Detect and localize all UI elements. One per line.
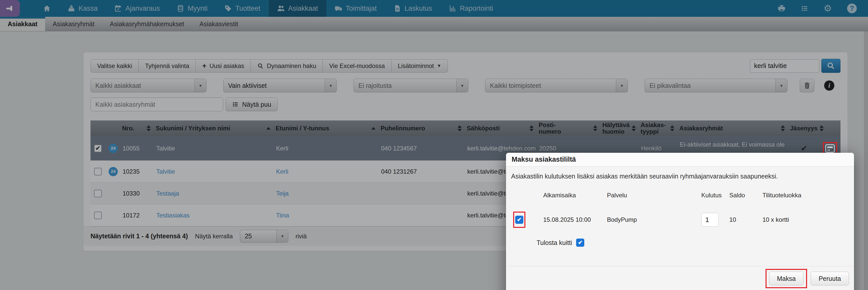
modal-description: Asiakastilin kulutuksen lisäksi asiakas … xyxy=(511,173,848,180)
print-receipt-checkbox[interactable] xyxy=(576,239,584,247)
modal-body: Asiakastilin kulutuksen lisäksi asiakas … xyxy=(506,167,854,247)
mcell-start-time: 15.08.2025 10:00 xyxy=(543,216,607,223)
mcol-alkamisaika: Alkamisaika xyxy=(543,192,607,199)
pay-from-account-icon[interactable] xyxy=(825,144,835,153)
mcol-saldo: Saldo xyxy=(729,192,763,199)
mcell-product-class: 10 x kortti xyxy=(763,216,848,223)
mcell-service: BodyPump xyxy=(607,216,701,223)
pay-from-account-modal: Maksu asiakastililtä Asiakastilin kulutu… xyxy=(506,153,854,290)
print-receipt-row: Tulosta kuitti xyxy=(537,239,848,247)
mcol-kulutus: Kulutus xyxy=(701,192,729,199)
mcol-palvelu: Palvelu xyxy=(607,192,701,199)
pay-button[interactable]: Maksa xyxy=(769,272,804,285)
mcell-balance: 10 xyxy=(729,216,763,223)
annotation-box-pay-button: Maksa xyxy=(766,269,807,288)
print-receipt-label: Tulosta kuitti xyxy=(537,239,572,247)
cancel-button[interactable]: Peruuta xyxy=(811,272,849,285)
booking-checkbox[interactable] xyxy=(515,216,523,224)
modal-title: Maksu asiakastililtä xyxy=(506,153,854,167)
consumption-input[interactable] xyxy=(701,213,719,227)
modal-table-row: 15.08.2025 10:00 BodyPump 10 10 x kortti xyxy=(513,212,848,228)
mcol-tilituoteluokka: Tilituoteluokka xyxy=(763,192,848,199)
modal-table-header: Alkamisaika Palvelu Kulutus Saldo Tilitu… xyxy=(513,192,848,199)
modal-footer: Maksa Peruuta xyxy=(506,266,854,290)
annotation-box-checkbox xyxy=(513,212,525,228)
